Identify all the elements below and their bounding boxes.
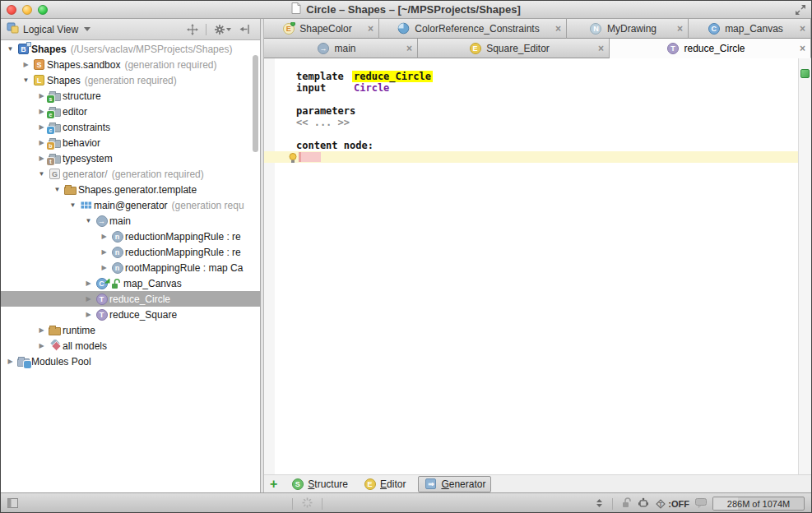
minimize-window-button[interactable] — [22, 5, 32, 15]
editor-lines: templatereduce_Circle inputCircle parame… — [264, 71, 798, 151]
folder-icon — [63, 183, 77, 196]
tree-item-generator-[interactable]: ▼Ggenerator/(generation required) — [1, 166, 260, 182]
view-selector[interactable]: Logical View — [7, 22, 90, 36]
tree-item-main[interactable]: ▼→main — [1, 213, 260, 229]
tab-MyDrawing[interactable]: NMyDrawing× — [567, 19, 689, 39]
typesystem-diamond-icon: T — [655, 498, 666, 510]
aspect-tab-generator[interactable]: ⇒Generator — [418, 476, 491, 492]
tree-item-all-models[interactable]: ▶all models — [1, 338, 260, 354]
memory-indicator[interactable]: 286M of 1074M — [712, 497, 805, 511]
tree-scrollbar[interactable] — [253, 55, 258, 152]
tree-item-label: constraints — [63, 122, 110, 133]
tree-item-Modules-Pool[interactable]: ▶Modules Pool — [1, 354, 260, 369]
tab-map_Canvas[interactable]: Cmap_Canvas× — [689, 19, 811, 39]
tree-item-runtime[interactable]: ▶runtime — [1, 322, 260, 338]
tree-item-rootMappingRule-map-Ca[interactable]: ▶nrootMappingRule : map Ca — [1, 260, 260, 275]
tab-label: ColorReference_Constraints — [415, 23, 539, 35]
tree-item-Shapes-generator-template[interactable]: ▼Shapes.generator.template — [1, 182, 260, 197]
expand-arrow-icon[interactable]: ▶ — [35, 342, 48, 349]
fullscreen-icon[interactable] — [795, 4, 806, 18]
lock-icon[interactable] — [622, 497, 632, 510]
close-tab-icon[interactable]: × — [406, 43, 412, 54]
template-editor[interactable]: templatereduce_Circle inputCircle parame… — [264, 58, 811, 474]
expand-arrow-icon[interactable]: ▶ — [35, 155, 48, 162]
expand-arrow-icon[interactable]: ▶ — [82, 280, 95, 287]
expand-arrow-icon[interactable]: ▶ — [20, 61, 32, 68]
toolwindow-toggle-icon[interactable] — [7, 498, 18, 510]
expand-arrow-icon[interactable]: ▶ — [98, 264, 110, 271]
input-concept-cell[interactable]: Circle — [354, 82, 389, 94]
aspect-tab-structure[interactable]: SStructure — [288, 477, 350, 492]
tree-item-Shapes-sandbox[interactable]: ▶SShapes.sandbox(generation required) — [1, 57, 260, 72]
aspect-tab-label: Structure — [308, 478, 348, 490]
tree-item-editor[interactable]: ▶eeditor — [1, 104, 260, 119]
expand-arrow-icon[interactable]: ▶ — [35, 139, 48, 146]
structure-badge-s-icon: S — [290, 478, 304, 491]
close-tab-icon[interactable]: × — [598, 43, 604, 54]
title-bar: Circle – Shapes – [~/MPSProjects/Shapes] — [1, 1, 811, 19]
close-tab-icon[interactable]: × — [368, 23, 374, 35]
expand-arrow-icon[interactable]: ▶ — [35, 92, 48, 99]
tree-item-label: map_Canvas — [123, 278, 182, 289]
tree-item-Shapes[interactable]: ▼BShapes(/Users/vaclav/MPSProjects/Shape… — [1, 41, 260, 57]
empty-content-node-cell[interactable] — [299, 152, 321, 162]
tree-item-structure[interactable]: ▶sstructure — [1, 88, 260, 104]
expand-arrow-icon[interactable]: ▶ — [35, 326, 48, 334]
hector-inspector-icon[interactable] — [638, 497, 649, 511]
expand-arrow-icon[interactable]: ▶ — [4, 358, 16, 365]
hide-panel-icon[interactable] — [239, 24, 250, 35]
expand-arrow-icon[interactable]: ▶ — [35, 108, 48, 115]
expand-arrow-icon[interactable]: ▶ — [35, 123, 48, 131]
collapse-arrow-icon[interactable]: ▼ — [20, 76, 32, 84]
expand-arrow-icon[interactable]: ▶ — [82, 295, 95, 303]
constraints-sphere-icon — [397, 22, 411, 35]
tree-item-Shapes[interactable]: ▼LShapes(generation required) — [1, 72, 260, 88]
settings-gear-icon[interactable] — [214, 24, 231, 35]
class-c-run-icon: C — [95, 277, 109, 290]
tree-item-label: rootMappingRule : map Ca — [125, 262, 243, 274]
event-log-bubble-icon[interactable] — [695, 498, 707, 510]
tree-item-map_Canvas[interactable]: ▶Cmap_Canvas — [1, 275, 260, 291]
editor-tab-row-2: →main×ESquare_Editor×Treduce_Circle× — [264, 39, 811, 58]
close-tab-icon[interactable]: × — [800, 43, 805, 54]
tree-item-reduce_Circle[interactable]: ▶Treduce_Circle — [1, 291, 260, 307]
line-column-stepper-icon[interactable] — [596, 498, 603, 510]
tree-item-behavior[interactable]: ▶bbehavior — [1, 135, 260, 150]
close-tab-icon[interactable]: × — [800, 23, 805, 35]
tree-item-main-generator[interactable]: ▼main@generator(generation requ — [1, 197, 260, 213]
collapse-arrow-icon[interactable]: ▼ — [82, 217, 95, 224]
expand-arrow-icon[interactable]: ▶ — [82, 311, 95, 318]
tab-main[interactable]: →main× — [264, 39, 418, 58]
highlighting-level-toggle[interactable]: T :OFF — [655, 498, 689, 510]
editor-badge-e-modified-icon: E — [281, 22, 295, 35]
collapse-arrow-icon[interactable]: ▼ — [4, 45, 16, 53]
collapse-arrow-icon[interactable]: ▼ — [35, 170, 48, 178]
tree-item-constraints[interactable]: ▶cconstraints — [1, 119, 260, 135]
tree-item-reductionMappingRule-re[interactable]: ▶nreductionMappingRule : re — [1, 229, 260, 244]
tree-item-reductionMappingRule-re[interactable]: ▶nreductionMappingRule : re — [1, 244, 260, 260]
tab-ColorReference_Constraints[interactable]: ColorReference_Constraints× — [379, 19, 567, 39]
tab-Square_Editor[interactable]: ESquare_Editor× — [418, 39, 610, 58]
template-name-cell[interactable]: reduce_Circle — [352, 71, 433, 82]
add-aspect-button[interactable]: + — [270, 478, 277, 491]
collapse-arrow-icon[interactable]: ▼ — [51, 186, 63, 193]
close-tab-icon[interactable]: × — [677, 23, 683, 35]
close-tab-icon[interactable]: × — [555, 23, 561, 35]
parameters-empty-cell[interactable]: << ... >> — [264, 117, 798, 128]
zoom-window-button[interactable] — [38, 5, 48, 15]
tree-item-reduce_Square[interactable]: ▶Treduce_Square — [1, 307, 260, 322]
tab-ShapeColor[interactable]: EShapeColor× — [264, 19, 379, 39]
close-window-button[interactable] — [7, 5, 16, 15]
aspect-tab-editor[interactable]: EEditor — [360, 477, 408, 492]
tab-reduce_Circle[interactable]: Treduce_Circle× — [610, 39, 811, 58]
expand-arrow-icon[interactable]: ▶ — [98, 233, 110, 240]
lock-open-icon — [109, 277, 123, 290]
expand-arrow-icon[interactable]: ▶ — [98, 248, 110, 256]
collapse-arrow-icon[interactable]: ▼ — [67, 201, 79, 209]
tree-item-typesystem[interactable]: ▶ttypesystem — [1, 150, 260, 166]
error-stripe[interactable] — [798, 58, 811, 474]
scroll-to-node-icon[interactable] — [187, 24, 198, 35]
intention-bulb-icon[interactable] — [289, 152, 297, 167]
tab-label: reduce_Circle — [684, 43, 745, 54]
folder-behavior-icon: b — [48, 136, 62, 150]
